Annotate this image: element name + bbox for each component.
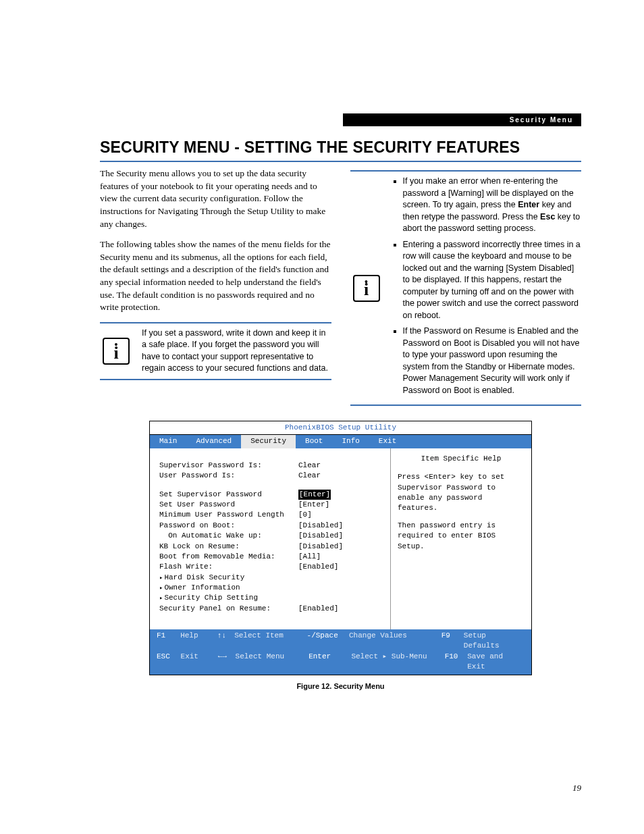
bios-footer: F1 Help ↑↓ Select Item -/Space Change Va…: [150, 629, 531, 675]
bios-setting-value: [Disabled]: [298, 521, 343, 531]
bios-setting-row[interactable]: Password on Boot:[Disabled]: [159, 521, 385, 531]
bios-title: PhoenixBIOS Setup Utility: [150, 421, 531, 435]
page: Security Menu SECURITY MENU - SETTING TH…: [0, 0, 644, 834]
bios-setting-value: [0]: [298, 510, 312, 520]
note-2-item-1: If you make an error when re-entering th…: [403, 176, 582, 235]
note-1-text: If you set a password, write it down and…: [142, 328, 331, 375]
bios-tab-main[interactable]: Main: [150, 435, 186, 448]
bios-setting-label: Security Panel on Resume:: [159, 604, 298, 614]
note-2-list: If you make an error when re-entering th…: [392, 176, 582, 400]
bios-help-title: Item Specific Help: [398, 454, 525, 464]
bios-footer-row-1: F1 Help ↑↓ Select Item -/Space Change Va…: [157, 631, 525, 652]
bios-setting-row[interactable]: Set Supervisor Password[Enter]: [159, 490, 385, 500]
bios-setting-label: Minimum User Password Length: [159, 510, 298, 520]
bios-body: Supervisor Password Is:ClearUser Passwor…: [150, 448, 531, 629]
bios-setting-row[interactable]: User Password Is:Clear: [159, 471, 385, 481]
bios-help-text-2: Then password entry is required to enter…: [398, 521, 525, 552]
title-rule: [100, 161, 581, 162]
bios-setting-value: [Disabled]: [298, 531, 343, 541]
bios-help-text-1: Press <Enter> key to set Supervisor Pass…: [398, 472, 525, 514]
note-2-item-2: Entering a password incorrectly three ti…: [403, 239, 582, 322]
intro-paragraph-2: The following tables show the names of t…: [100, 238, 331, 314]
bios-setting-row[interactable]: Flash Write:[Enabled]: [159, 562, 385, 572]
bios-setting-label: Security Chip Setting: [159, 593, 298, 603]
bios-setting-row[interactable]: Hard Disk Security: [159, 573, 385, 583]
bios-settings-panel: Supervisor Password Is:ClearUser Passwor…: [150, 448, 391, 629]
bios-setting-label: Hard Disk Security: [159, 573, 298, 583]
bios-setting-row[interactable]: Minimum User Password Length[0]: [159, 510, 385, 520]
bios-setting-row[interactable]: Security Chip Setting: [159, 593, 385, 603]
bios-setting-value: [Enabled]: [298, 604, 338, 614]
bios-setting-row[interactable]: Security Panel on Resume:[Enabled]: [159, 604, 385, 614]
bios-setting-row[interactable]: Supervisor Password Is:Clear: [159, 461, 385, 471]
bios-setting-label: Set User Password: [159, 500, 298, 510]
bios-setting-label: KB Lock on Resume:: [159, 542, 298, 552]
note-2-item-3: If the Password on Resume is Enabled and…: [403, 325, 582, 396]
bios-setting-label: Password on Boot:: [159, 521, 298, 531]
bios-setting-value: Clear: [298, 471, 321, 481]
note-box-1: i If you set a password, write it down a…: [100, 322, 331, 380]
bios-tab-security[interactable]: Security: [241, 435, 296, 448]
note-box-2: i If you make an error when re-entering …: [350, 170, 582, 406]
bios-window: PhoenixBIOS Setup Utility MainAdvancedSe…: [149, 421, 532, 675]
page-number: 19: [572, 783, 581, 793]
body-columns: The Security menu allows you to set up t…: [100, 167, 581, 406]
bios-setting-label: Set Supervisor Password: [159, 490, 298, 500]
bios-setting-value: Clear: [298, 461, 321, 471]
bios-tab-exit[interactable]: Exit: [369, 435, 406, 448]
header-bar: Security Menu: [343, 113, 581, 126]
info-icon: i: [100, 328, 132, 375]
bios-setting-value: [Enabled]: [298, 562, 338, 572]
info-icon: i: [350, 176, 383, 400]
figure-caption: Figure 12. Security Menu: [149, 682, 532, 690]
bios-setting-label: Owner Information: [159, 583, 298, 593]
bios-tab-boot[interactable]: Boot: [296, 435, 332, 448]
bios-tab-info[interactable]: Info: [332, 435, 369, 448]
bios-setting-label: On Automatic Wake up:: [159, 531, 298, 541]
bios-figure: PhoenixBIOS Setup Utility MainAdvancedSe…: [149, 421, 532, 690]
left-column: The Security menu allows you to set up t…: [100, 167, 331, 406]
bios-tabs: MainAdvancedSecurityBootInfoExit: [150, 435, 531, 448]
bios-setting-label: Flash Write:: [159, 562, 298, 572]
bios-setting-row[interactable]: KB Lock on Resume:[Disabled]: [159, 542, 385, 552]
bios-setting-row[interactable]: Boot from Removable Media:[All]: [159, 552, 385, 562]
bios-setting-row[interactable]: Set User Password[Enter]: [159, 500, 385, 510]
bios-setting-label: Supervisor Password Is:: [159, 461, 298, 471]
bios-setting-row[interactable]: Owner Information: [159, 583, 385, 593]
bios-footer-row-2: ESC Exit ←→ Select Menu Enter Select ▸ S…: [157, 652, 525, 673]
bios-setting-value: [Enter]: [298, 500, 329, 510]
right-column: i If you make an error when re-entering …: [350, 167, 582, 406]
bios-setting-value: [All]: [298, 552, 321, 562]
intro-paragraph-1: The Security menu allows you to set up t…: [100, 167, 331, 230]
bios-setting-label: Boot from Removable Media:: [159, 552, 298, 562]
bios-setting-label: User Password Is:: [159, 471, 298, 481]
bios-help-panel: Item Specific Help Press <Enter> key to …: [391, 448, 531, 629]
page-title: SECURITY MENU - SETTING THE SECURITY FEA…: [100, 138, 581, 157]
bios-setting-row[interactable]: On Automatic Wake up:[Disabled]: [159, 531, 385, 541]
bios-tab-advanced[interactable]: Advanced: [186, 435, 241, 448]
bios-setting-value: [Enter]: [298, 490, 331, 500]
bios-setting-value: [Disabled]: [298, 542, 343, 552]
